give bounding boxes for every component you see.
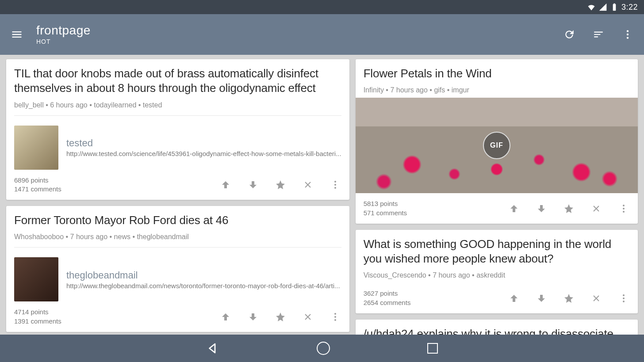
upvote-icon[interactable] xyxy=(220,312,231,322)
column-right: Flower Petals in the Wind Infinity • 7 h… xyxy=(356,59,638,335)
star-icon[interactable] xyxy=(564,293,574,304)
battery-icon xyxy=(610,3,619,11)
page-title: frontpage xyxy=(36,24,564,38)
link-url: http://www.theglobeandmail.com/news/toro… xyxy=(66,282,341,290)
post-title: /u/hdah24 explains why it is wrong to di… xyxy=(364,327,630,335)
post-meta: Whoshabooboo • 7 hours ago • news • theg… xyxy=(14,233,341,241)
wifi-icon xyxy=(587,3,596,11)
post-link[interactable]: theglobeandmail http://www.theglobeandma… xyxy=(6,251,349,301)
page-sort: HOT xyxy=(36,38,564,45)
svg-point-5 xyxy=(334,187,336,189)
item-overflow-icon[interactable] xyxy=(618,203,629,214)
item-overflow-icon[interactable] xyxy=(330,179,341,190)
star-icon[interactable] xyxy=(275,179,286,190)
close-icon[interactable] xyxy=(591,293,602,304)
close-icon[interactable] xyxy=(591,203,602,214)
svg-point-14 xyxy=(623,301,625,302)
post-card[interactable]: /u/hdah24 explains why it is wrong to di… xyxy=(356,320,638,335)
post-link[interactable]: tested http://www.tested.com/science/lif… xyxy=(6,119,349,170)
svg-point-8 xyxy=(334,319,336,321)
gif-badge: GIF xyxy=(483,132,510,159)
svg-point-11 xyxy=(623,211,625,213)
downvote-icon[interactable] xyxy=(536,293,547,304)
post-card[interactable]: Former Toronto Mayor Rob Ford dies at 46… xyxy=(6,206,349,332)
upvote-icon[interactable] xyxy=(220,179,231,190)
post-title: TIL that door knobs made out of brass au… xyxy=(14,66,341,96)
nav-bar xyxy=(0,335,644,362)
item-overflow-icon[interactable] xyxy=(618,293,629,304)
content-area[interactable]: TIL that door knobs made out of brass au… xyxy=(0,55,644,335)
link-domain: tested xyxy=(66,137,341,149)
app-bar: frontpage HOT xyxy=(0,14,644,55)
post-title: What is something GOOD happening in the … xyxy=(364,237,630,267)
svg-point-12 xyxy=(623,294,625,296)
post-meta: Viscous_Crescendo • 7 hours ago • askred… xyxy=(364,271,630,279)
svg-point-7 xyxy=(334,316,336,318)
close-icon[interactable] xyxy=(303,179,313,190)
post-comments: 1471 comments xyxy=(14,185,61,194)
item-overflow-icon[interactable] xyxy=(330,312,341,322)
svg-point-1 xyxy=(627,34,629,35)
star-icon[interactable] xyxy=(275,312,286,322)
svg-point-13 xyxy=(623,297,625,299)
downvote-icon[interactable] xyxy=(248,179,258,190)
recent-apps-icon[interactable] xyxy=(427,343,438,354)
status-time: 3:22 xyxy=(621,3,638,12)
upvote-icon[interactable] xyxy=(509,203,519,214)
svg-point-2 xyxy=(627,37,629,38)
svg-point-0 xyxy=(627,30,629,32)
svg-point-10 xyxy=(623,208,625,210)
post-comments: 1391 comments xyxy=(14,317,61,326)
svg-point-6 xyxy=(334,313,336,315)
post-thumbnail xyxy=(14,126,58,170)
post-image[interactable]: GIF xyxy=(356,98,638,193)
post-comments: 2654 comments xyxy=(364,298,411,307)
post-card[interactable]: Flower Petals in the Wind Infinity • 7 h… xyxy=(356,59,638,224)
svg-point-3 xyxy=(334,181,336,183)
home-icon[interactable] xyxy=(317,342,330,355)
signal-icon xyxy=(598,3,607,11)
post-points: 4714 points xyxy=(14,308,61,316)
post-meta: belly_bell • 6 hours ago • todayilearned… xyxy=(14,101,341,109)
refresh-icon[interactable] xyxy=(564,29,575,40)
post-card[interactable]: TIL that door knobs made out of brass au… xyxy=(6,59,349,200)
sort-icon[interactable] xyxy=(593,29,604,40)
post-comments: 571 comments xyxy=(364,209,407,217)
app-actions xyxy=(564,29,633,40)
link-domain: theglobeandmail xyxy=(66,270,341,281)
downvote-icon[interactable] xyxy=(536,203,547,214)
downvote-icon[interactable] xyxy=(248,312,258,322)
post-title: Former Toronto Mayor Rob Ford dies at 46 xyxy=(14,213,341,228)
column-left: TIL that door knobs made out of brass au… xyxy=(6,59,349,335)
overflow-icon[interactable] xyxy=(622,29,633,40)
svg-point-4 xyxy=(334,184,336,186)
post-points: 5813 points xyxy=(364,199,407,208)
star-icon[interactable] xyxy=(564,203,574,214)
post-points: 3627 points xyxy=(364,289,411,298)
post-meta: Infinity • 7 hours ago • gifs • imgur xyxy=(364,86,630,94)
upvote-icon[interactable] xyxy=(509,293,519,304)
post-title: Flower Petals in the Wind xyxy=(364,66,630,81)
menu-icon[interactable] xyxy=(11,28,23,41)
app-title-wrap: frontpage HOT xyxy=(36,24,564,46)
post-thumbnail xyxy=(14,257,58,301)
close-icon[interactable] xyxy=(303,312,313,322)
post-points: 6896 points xyxy=(14,176,61,185)
status-bar: 3:22 xyxy=(0,0,644,14)
link-url: http://www.tested.com/science/life/45396… xyxy=(66,150,341,157)
back-icon[interactable] xyxy=(206,342,219,355)
svg-point-9 xyxy=(623,205,625,206)
post-card[interactable]: What is something GOOD happening in the … xyxy=(356,230,638,313)
